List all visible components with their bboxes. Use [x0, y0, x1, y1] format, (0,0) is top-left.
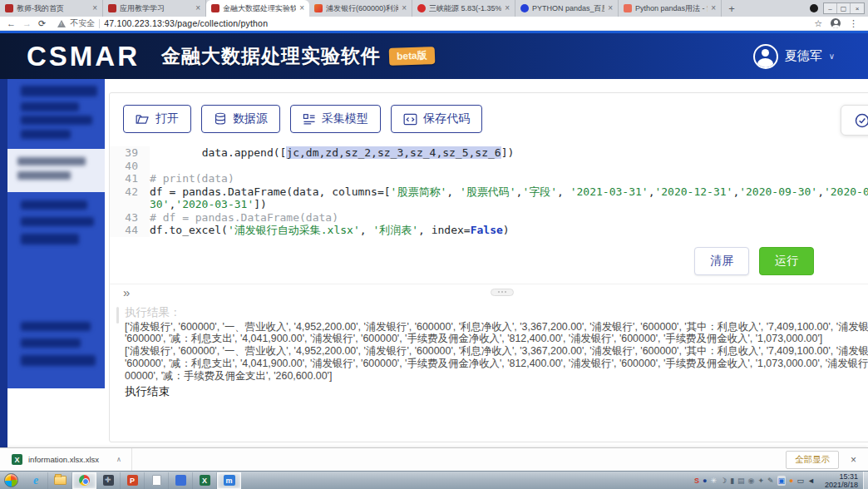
tab-4[interactable]: 浦发银行(600000)利润表_新浪×: [309, 0, 412, 17]
check-circle-button[interactable]: [841, 105, 868, 136]
clear-screen-button[interactable]: 清屏: [694, 247, 749, 275]
classroom-tool-icon[interactable]: [96, 472, 121, 489]
bookmark-star-icon[interactable]: ☆: [814, 19, 822, 28]
close-download-bar-icon[interactable]: ×: [851, 454, 856, 466]
tab-close-icon[interactable]: ×: [195, 4, 200, 12]
tab-title: 三峡能源 5.83(-1.35%)_股票行: [429, 3, 501, 14]
chrome-icon-glyph: [79, 475, 90, 486]
panel-splitter[interactable]: »: [110, 284, 868, 300]
new-tab-button[interactable]: +: [722, 0, 742, 17]
person-tray-icon[interactable]: ◉: [748, 477, 755, 485]
network-tray-icon[interactable]: ▣: [777, 476, 787, 486]
security-chip[interactable]: ! 不安全 47.100.223.13:93/page/collection/p…: [57, 17, 268, 29]
battery-tray-icon[interactable]: ▮: [730, 477, 734, 485]
tab-6[interactable]: PYTHON pandas_百度搜索×: [515, 0, 619, 17]
code-line-39[interactable]: 39 data.append([jc,dm,zd,sz_2,sz_3,sz_4,…: [110, 146, 868, 160]
sidebar-item-blurred[interactable]: [21, 86, 97, 96]
collapse-chevrons-icon[interactable]: »: [123, 285, 128, 299]
code-text: [150, 160, 868, 173]
tabs: 教师-我的首页×应用教学学习×金融大数据处理实验软件×浦发银行(600000)利…: [0, 0, 722, 17]
code-line-40[interactable]: 40: [110, 160, 868, 173]
sidebar-item-blurred[interactable]: [21, 355, 96, 366]
sidebar-item-blurred[interactable]: [21, 200, 87, 210]
tab-3[interactable]: 金融大数据处理实验软件×: [206, 0, 309, 17]
minimize-button[interactable]: –: [824, 3, 837, 13]
excel-icon[interactable]: X: [193, 472, 217, 489]
meeting-app-icon[interactable]: m: [217, 472, 241, 489]
tab-close-icon[interactable]: ×: [608, 4, 613, 12]
tab-5[interactable]: 三峡能源 5.83(-1.35%)_股票行×: [412, 0, 515, 17]
data-source-button[interactable]: 数据源: [201, 105, 280, 133]
reload-icon[interactable]: ⟳: [38, 19, 46, 28]
usb-tray-icon[interactable]: ▤: [737, 477, 745, 485]
explorer-icon[interactable]: [48, 472, 72, 489]
forward-icon[interactable]: →: [22, 19, 32, 28]
collect-model-button[interactable]: 采集模型: [290, 105, 381, 133]
moon-tray-icon[interactable]: ☽: [720, 477, 727, 485]
tab-7[interactable]: Python pandas用法 - 简书×: [619, 0, 722, 17]
blue-app-icon[interactable]: [169, 472, 193, 489]
tab-close-icon[interactable]: ×: [402, 4, 407, 12]
chevron-down-icon: ∨: [829, 52, 835, 61]
user-menu[interactable]: 夏德军 ∨: [753, 44, 835, 69]
code-editor[interactable]: 39 data.append([jc,dm,zd,sz_2,sz_3,sz_4,…: [110, 146, 868, 237]
sidebar-item-blurred[interactable]: [21, 322, 91, 331]
tab-2[interactable]: 应用教学学习×: [103, 0, 206, 17]
toolbar-button-label: 保存代码: [423, 111, 470, 126]
back-icon[interactable]: ←: [7, 19, 16, 28]
notepad-icon[interactable]: [145, 472, 169, 489]
run-button[interactable]: 运行: [759, 247, 814, 275]
window-edge: [0, 79, 7, 447]
pen-tray-icon[interactable]: ✎: [767, 477, 774, 485]
taskbar-clock[interactable]: 15:31 2021/8/18: [818, 472, 863, 489]
ie-icon[interactable]: e: [24, 472, 48, 489]
sidebar-item-blurred[interactable]: [21, 116, 92, 125]
chrome-icon[interactable]: [72, 472, 96, 489]
code-text: df.to_excel('浦发银行自动采集.xlsx', '利润表', inde…: [150, 224, 868, 237]
close-button[interactable]: ×: [851, 3, 864, 13]
menu-kebab-icon[interactable]: ⋮: [849, 19, 858, 28]
tab-close-icon[interactable]: ×: [711, 4, 716, 12]
sidebar-item-blurred[interactable]: [21, 338, 81, 348]
tab-close-icon[interactable]: ×: [299, 4, 304, 12]
code-line-41[interactable]: 41# print(data): [110, 172, 868, 185]
save-code-button[interactable]: 保存代码: [391, 105, 482, 133]
sidebar-item-blurred[interactable]: [21, 217, 94, 226]
restore-button[interactable]: ▢: [837, 3, 851, 13]
tab-title: PYTHON pandas_百度搜索: [532, 3, 604, 14]
download-item[interactable]: X information.xlsx.xlsx ∧: [0, 448, 132, 471]
drag-handle[interactable]: [491, 289, 514, 296]
wrench-tray-icon[interactable]: ✦: [757, 477, 764, 485]
show-desktop-button[interactable]: [863, 472, 868, 489]
meeting-app-icon-glyph: m: [224, 475, 235, 486]
tab-close-icon[interactable]: ×: [92, 4, 97, 12]
s-app-tray-icon[interactable]: S: [694, 477, 699, 485]
line-number: 43: [110, 211, 150, 225]
excel-file-icon: X: [12, 454, 22, 465]
code-line-43[interactable]: 43# df = pandas.DataFrame(data): [110, 211, 868, 225]
chevron-up-icon[interactable]: ∧: [116, 456, 121, 463]
download-filename: information.xlsx.xlsx: [28, 455, 99, 464]
code-line-42[interactable]: 42df = pandas.DataFrame(data, columns=['…: [110, 185, 868, 211]
volume-tray-icon[interactable]: ◄: [807, 477, 815, 485]
open-button[interactable]: 打开: [123, 105, 191, 133]
tab-1[interactable]: 教师-我的首页×: [0, 0, 103, 17]
show-all-downloads-button[interactable]: 全部显示: [786, 451, 839, 469]
sidebar-item-blurred[interactable]: [21, 130, 71, 139]
powerpoint-icon[interactable]: P: [121, 472, 145, 489]
display-tray-icon[interactable]: ▭: [797, 477, 805, 485]
flower-tray-icon[interactable]: ✳: [711, 477, 718, 485]
code-text: data.append([jc,dm,zd,sz_2,sz_3,sz_4,sz_…: [150, 146, 868, 160]
browser-profile-icon[interactable]: [831, 18, 841, 28]
sidebar-item-active[interactable]: [7, 149, 105, 192]
blue-circle-tray-icon[interactable]: ●: [703, 477, 707, 485]
sidebar-nav: [7, 79, 105, 388]
start-button[interactable]: [4, 473, 18, 487]
flame-tray-icon[interactable]: ●: [789, 477, 793, 485]
url-text[interactable]: 47.100.223.13:93/page/collection/python: [104, 18, 268, 28]
code-line-44[interactable]: 44df.to_excel('浦发银行自动采集.xlsx', '利润表', in…: [110, 224, 868, 237]
classroom-tool-icon-glyph: [103, 475, 114, 486]
tab-close-icon[interactable]: ×: [505, 4, 510, 12]
sidebar-item-blurred[interactable]: [21, 234, 79, 244]
sidebar-item-blurred[interactable]: [21, 102, 79, 111]
